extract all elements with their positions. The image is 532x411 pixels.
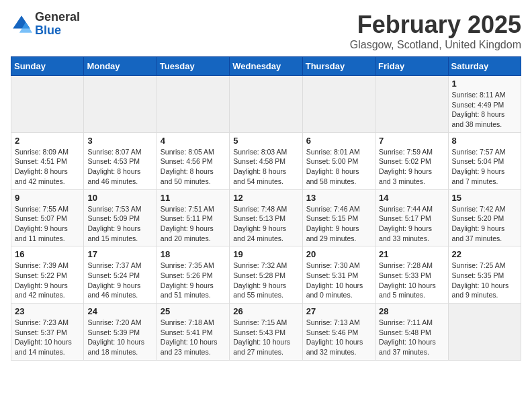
calendar-cell: 28Sunrise: 7:11 AM Sunset: 5:48 PM Dayli… xyxy=(375,304,448,361)
calendar: SundayMondayTuesdayWednesdayThursdayFrid… xyxy=(11,56,521,361)
calendar-cell xyxy=(375,76,448,133)
calendar-cell: 9Sunrise: 7:55 AM Sunset: 5:07 PM Daylig… xyxy=(11,189,84,246)
calendar-cell: 7Sunrise: 7:59 AM Sunset: 5:02 PM Daylig… xyxy=(375,132,448,189)
day-info: Sunrise: 7:20 AM Sunset: 5:39 PM Dayligh… xyxy=(87,318,152,357)
calendar-week-5: 23Sunrise: 7:23 AM Sunset: 5:37 PM Dayli… xyxy=(11,304,521,361)
day-number: 1 xyxy=(452,79,517,89)
day-number: 5 xyxy=(233,136,298,146)
calendar-cell: 12Sunrise: 7:48 AM Sunset: 5:13 PM Dayli… xyxy=(230,189,302,246)
day-number: 16 xyxy=(15,249,80,259)
title-area: February 2025 Glasgow, Scotland, United … xyxy=(350,11,521,51)
day-info: Sunrise: 7:42 AM Sunset: 5:20 PM Dayligh… xyxy=(452,204,517,244)
logo-general-text: General xyxy=(35,11,80,24)
day-number: 25 xyxy=(161,306,226,316)
logo-blue-text: Blue xyxy=(35,24,80,38)
day-number: 21 xyxy=(379,249,444,259)
day-number: 15 xyxy=(452,193,517,203)
day-info: Sunrise: 7:59 AM Sunset: 5:02 PM Dayligh… xyxy=(379,147,444,187)
calendar-cell: 20Sunrise: 7:30 AM Sunset: 5:31 PM Dayli… xyxy=(302,246,375,304)
day-number: 2 xyxy=(15,136,80,146)
calendar-week-3: 9Sunrise: 7:55 AM Sunset: 5:07 PM Daylig… xyxy=(11,189,521,246)
day-info: Sunrise: 7:18 AM Sunset: 5:41 PM Dayligh… xyxy=(161,318,226,357)
day-number: 24 xyxy=(87,306,152,316)
day-number: 26 xyxy=(233,306,298,316)
day-info: Sunrise: 8:11 AM Sunset: 4:49 PM Dayligh… xyxy=(452,90,517,130)
calendar-week-2: 2Sunrise: 8:09 AM Sunset: 4:51 PM Daylig… xyxy=(11,132,521,189)
day-info: Sunrise: 8:01 AM Sunset: 5:00 PM Dayligh… xyxy=(306,147,371,187)
calendar-week-1: 1Sunrise: 8:11 AM Sunset: 4:49 PM Daylig… xyxy=(11,76,521,133)
col-header-sunday: Sunday xyxy=(11,57,84,76)
day-number: 9 xyxy=(15,193,80,203)
day-info: Sunrise: 7:39 AM Sunset: 5:22 PM Dayligh… xyxy=(15,261,80,300)
col-header-wednesday: Wednesday xyxy=(230,57,302,76)
day-number: 14 xyxy=(379,193,444,203)
header: General Blue February 2025 Glasgow, Scot… xyxy=(11,11,521,51)
day-number: 18 xyxy=(161,249,226,259)
calendar-cell: 19Sunrise: 7:32 AM Sunset: 5:28 PM Dayli… xyxy=(230,246,302,304)
day-number: 23 xyxy=(15,306,80,316)
day-info: Sunrise: 7:51 AM Sunset: 5:11 PM Dayligh… xyxy=(161,204,226,244)
day-info: Sunrise: 7:44 AM Sunset: 5:17 PM Dayligh… xyxy=(379,204,444,244)
day-info: Sunrise: 8:07 AM Sunset: 4:53 PM Dayligh… xyxy=(87,147,152,187)
calendar-cell: 16Sunrise: 7:39 AM Sunset: 5:22 PM Dayli… xyxy=(11,246,84,304)
day-info: Sunrise: 7:55 AM Sunset: 5:07 PM Dayligh… xyxy=(15,204,80,244)
col-header-thursday: Thursday xyxy=(302,57,375,76)
day-info: Sunrise: 7:46 AM Sunset: 5:15 PM Dayligh… xyxy=(306,204,371,244)
day-info: Sunrise: 8:05 AM Sunset: 4:56 PM Dayligh… xyxy=(161,147,226,187)
col-header-tuesday: Tuesday xyxy=(157,57,229,76)
calendar-cell xyxy=(448,304,521,361)
calendar-cell: 2Sunrise: 8:09 AM Sunset: 4:51 PM Daylig… xyxy=(11,132,84,189)
col-header-friday: Friday xyxy=(375,57,448,76)
day-info: Sunrise: 7:32 AM Sunset: 5:28 PM Dayligh… xyxy=(233,261,298,300)
calendar-cell: 21Sunrise: 7:28 AM Sunset: 5:33 PM Dayli… xyxy=(375,246,448,304)
location-title: Glasgow, Scotland, United Kingdom xyxy=(350,39,521,51)
logo-icon xyxy=(11,13,32,35)
day-number: 10 xyxy=(87,193,152,203)
calendar-header-row: SundayMondayTuesdayWednesdayThursdayFrid… xyxy=(11,57,521,76)
day-info: Sunrise: 7:37 AM Sunset: 5:24 PM Dayligh… xyxy=(87,261,152,300)
day-info: Sunrise: 8:09 AM Sunset: 4:51 PM Dayligh… xyxy=(15,147,80,187)
day-info: Sunrise: 7:48 AM Sunset: 5:13 PM Dayligh… xyxy=(233,204,298,244)
day-number: 28 xyxy=(379,306,444,316)
calendar-week-4: 16Sunrise: 7:39 AM Sunset: 5:22 PM Dayli… xyxy=(11,246,521,304)
calendar-cell: 13Sunrise: 7:46 AM Sunset: 5:15 PM Dayli… xyxy=(302,189,375,246)
calendar-cell: 24Sunrise: 7:20 AM Sunset: 5:39 PM Dayli… xyxy=(84,304,157,361)
calendar-cell: 8Sunrise: 7:57 AM Sunset: 5:04 PM Daylig… xyxy=(448,132,521,189)
day-info: Sunrise: 7:11 AM Sunset: 5:48 PM Dayligh… xyxy=(379,318,444,357)
col-header-saturday: Saturday xyxy=(448,57,521,76)
day-info: Sunrise: 7:23 AM Sunset: 5:37 PM Dayligh… xyxy=(15,318,80,357)
day-info: Sunrise: 7:13 AM Sunset: 5:46 PM Dayligh… xyxy=(306,318,371,357)
calendar-cell: 26Sunrise: 7:15 AM Sunset: 5:43 PM Dayli… xyxy=(230,304,302,361)
calendar-cell xyxy=(157,76,229,133)
day-info: Sunrise: 7:15 AM Sunset: 5:43 PM Dayligh… xyxy=(233,318,298,357)
day-info: Sunrise: 8:03 AM Sunset: 4:58 PM Dayligh… xyxy=(233,147,298,187)
calendar-cell: 27Sunrise: 7:13 AM Sunset: 5:46 PM Dayli… xyxy=(302,304,375,361)
day-number: 3 xyxy=(87,136,152,146)
calendar-cell: 6Sunrise: 8:01 AM Sunset: 5:00 PM Daylig… xyxy=(302,132,375,189)
calendar-cell: 23Sunrise: 7:23 AM Sunset: 5:37 PM Dayli… xyxy=(11,304,84,361)
day-info: Sunrise: 7:30 AM Sunset: 5:31 PM Dayligh… xyxy=(306,261,371,300)
day-number: 12 xyxy=(233,193,298,203)
calendar-cell: 17Sunrise: 7:37 AM Sunset: 5:24 PM Dayli… xyxy=(84,246,157,304)
calendar-cell: 3Sunrise: 8:07 AM Sunset: 4:53 PM Daylig… xyxy=(84,132,157,189)
day-info: Sunrise: 7:53 AM Sunset: 5:09 PM Dayligh… xyxy=(87,204,152,244)
logo: General Blue xyxy=(11,11,80,38)
calendar-cell: 22Sunrise: 7:25 AM Sunset: 5:35 PM Dayli… xyxy=(448,246,521,304)
calendar-cell: 1Sunrise: 8:11 AM Sunset: 4:49 PM Daylig… xyxy=(448,76,521,133)
day-number: 27 xyxy=(306,306,371,316)
calendar-cell xyxy=(84,76,157,133)
day-number: 8 xyxy=(452,136,517,146)
day-number: 17 xyxy=(87,249,152,259)
day-info: Sunrise: 7:35 AM Sunset: 5:26 PM Dayligh… xyxy=(161,261,226,300)
calendar-cell xyxy=(230,76,302,133)
calendar-cell xyxy=(302,76,375,133)
calendar-cell: 11Sunrise: 7:51 AM Sunset: 5:11 PM Dayli… xyxy=(157,189,229,246)
day-number: 7 xyxy=(379,136,444,146)
day-number: 22 xyxy=(452,249,517,259)
day-info: Sunrise: 7:57 AM Sunset: 5:04 PM Dayligh… xyxy=(452,147,517,187)
day-number: 6 xyxy=(306,136,371,146)
day-info: Sunrise: 7:25 AM Sunset: 5:35 PM Dayligh… xyxy=(452,261,517,300)
calendar-cell: 25Sunrise: 7:18 AM Sunset: 5:41 PM Dayli… xyxy=(157,304,229,361)
month-title: February 2025 xyxy=(350,11,521,39)
day-number: 19 xyxy=(233,249,298,259)
